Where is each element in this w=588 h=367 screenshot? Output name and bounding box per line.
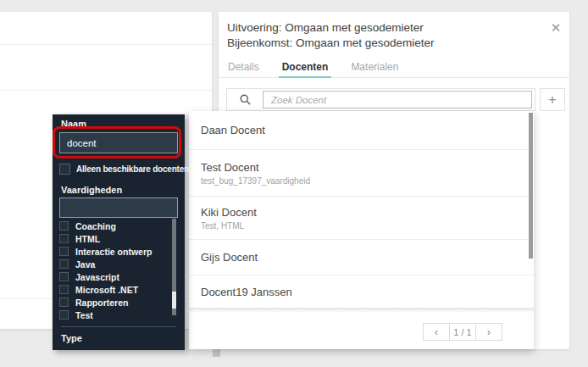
add-docent-button[interactable]: + bbox=[540, 88, 565, 111]
screen: Uitvoering: Omgaan met gesodemieter Bije… bbox=[0, 0, 588, 367]
vaardigheden-label: Vaardigheden bbox=[61, 185, 122, 195]
docent-skills: Test, HTML bbox=[201, 221, 534, 231]
skills-checkbox-list: Coaching HTML Interactie ontwerp Java Ja… bbox=[59, 220, 172, 321]
docent-name: Docent19 Janssen bbox=[201, 286, 534, 298]
tab-details[interactable]: Details bbox=[227, 61, 260, 77]
search-input[interactable] bbox=[263, 91, 532, 108]
tab-docenten[interactable]: Docenten bbox=[281, 61, 330, 77]
skill-checkbox[interactable] bbox=[59, 272, 69, 281]
horizontal-scrollbar-thumb[interactable] bbox=[213, 349, 220, 357]
docent-name: Kiki Docent bbox=[201, 206, 534, 219]
type-label: Type bbox=[61, 333, 82, 343]
dialog-title-line1: Uitvoering: Omgaan met gesodemieter bbox=[227, 20, 435, 36]
beschikbaar-label: Alleen beschikbare docenten bbox=[76, 164, 189, 174]
prev-page-button[interactable]: ‹ bbox=[423, 323, 450, 341]
docent-name: Daan Docent bbox=[201, 124, 534, 136]
skill-checkbox[interactable] bbox=[59, 221, 69, 231]
search-icon[interactable] bbox=[227, 94, 263, 105]
docent-name: Test Docent bbox=[201, 161, 534, 174]
skill-label: Coaching bbox=[75, 221, 116, 231]
skill-option[interactable]: Java bbox=[59, 258, 172, 270]
docent-search-box bbox=[226, 88, 535, 111]
docent-list-item[interactable]: Gijs Docent bbox=[189, 240, 534, 275]
skill-option[interactable]: Interactie ontwerp bbox=[59, 245, 172, 258]
docent-list-item[interactable]: Test Docent test_bug_17397_vaardigheid bbox=[189, 150, 534, 197]
skill-option[interactable]: HTML bbox=[59, 232, 172, 245]
next-page-button[interactable]: › bbox=[475, 323, 502, 341]
skill-option[interactable]: Javascript bbox=[59, 270, 172, 283]
skill-label: HTML bbox=[75, 234, 100, 244]
beschikbaar-filter[interactable]: Alleen beschikbare docenten bbox=[59, 164, 189, 175]
tab-materialen[interactable]: Materialen bbox=[350, 61, 399, 77]
skill-label: Interactie ontwerp bbox=[75, 247, 152, 257]
docent-list-item[interactable]: Daan Docent bbox=[189, 111, 534, 150]
skill-label: Rapporteren bbox=[75, 297, 128, 308]
skill-checkbox[interactable] bbox=[59, 259, 69, 269]
skill-option[interactable]: Microsoft .NET bbox=[59, 283, 172, 296]
skill-label: Java bbox=[75, 259, 95, 270]
beschikbaar-checkbox[interactable] bbox=[59, 164, 70, 175]
dialog-title-line2: Bijeenkomst: Omgaan met gesodemieter bbox=[227, 36, 435, 51]
dialog-tabs: Details Docenten Materialen bbox=[219, 61, 569, 78]
docent-name: Gijs Docent bbox=[201, 251, 534, 264]
skills-scrollbar[interactable] bbox=[172, 219, 176, 315]
list-bottom-shadow bbox=[189, 308, 534, 313]
docent-filter-panel: Naam Alleen beschikbare docenten Vaardig… bbox=[53, 114, 185, 350]
page-indicator: 1 / 1 bbox=[449, 323, 476, 341]
skill-checkbox[interactable] bbox=[59, 285, 69, 294]
skill-checkbox[interactable] bbox=[59, 310, 69, 320]
skill-label: Test bbox=[75, 310, 93, 320]
close-icon[interactable]: ✕ bbox=[546, 19, 565, 37]
dialog-title: Uitvoering: Omgaan met gesodemieter Bije… bbox=[227, 20, 435, 51]
row-divider bbox=[0, 90, 212, 91]
skill-option[interactable]: Test bbox=[59, 309, 172, 321]
skill-checkbox[interactable] bbox=[59, 297, 69, 307]
docent-skills: test_bug_17397_vaardigheid bbox=[201, 176, 534, 186]
docent-list-flyout: Daan Docent Test Docent test_bug_17397_v… bbox=[189, 111, 534, 349]
naam-input[interactable] bbox=[59, 132, 178, 153]
docent-list-item[interactable]: Kiki Docent Test, HTML bbox=[189, 197, 534, 240]
skill-checkbox[interactable] bbox=[59, 234, 69, 243]
skill-option[interactable]: Rapporteren bbox=[59, 296, 172, 309]
skill-checkbox[interactable] bbox=[59, 247, 69, 256]
panel-divider bbox=[61, 326, 176, 327]
naam-label: Naam bbox=[61, 119, 86, 129]
row-divider bbox=[0, 44, 212, 45]
vaardigheden-input[interactable] bbox=[59, 197, 178, 218]
docent-list-item[interactable]: Docent19 Janssen bbox=[189, 275, 534, 308]
skill-label: Javascript bbox=[75, 272, 119, 282]
skill-option[interactable]: Coaching bbox=[59, 220, 172, 232]
skill-label: Microsoft .NET bbox=[75, 285, 138, 295]
skills-scrollbar-thumb[interactable] bbox=[172, 292, 176, 309]
docent-list-scrollbar[interactable] bbox=[529, 113, 533, 259]
pagination: ‹ 1 / 1 › bbox=[423, 323, 502, 341]
